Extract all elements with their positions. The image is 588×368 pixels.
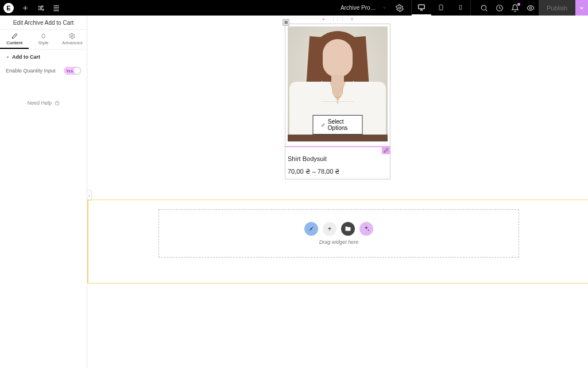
top-bar: E Archive Product ... Publish: [0, 0, 588, 16]
publish-options-button[interactable]: [575, 0, 588, 16]
select-options-label: Select Options: [328, 118, 354, 131]
add-widget-button[interactable]: [17, 0, 33, 16]
drop-zone[interactable]: + Drag widget here: [158, 209, 519, 258]
enable-quantity-toggle[interactable]: Yes: [64, 67, 81, 75]
drop-target-button[interactable]: [304, 222, 318, 236]
editor-canvas[interactable]: ‹ ▦ + ⋮⋮⋮ ×: [87, 16, 588, 368]
need-help-link[interactable]: Need Help: [0, 100, 87, 106]
tab-advanced[interactable]: Advanced: [58, 30, 87, 49]
drop-folder-button[interactable]: [341, 222, 355, 236]
target-icon: [308, 225, 315, 232]
notification-dot-icon: [517, 3, 520, 6]
svg-point-0: [41, 5, 42, 6]
section-drop-wrapper[interactable]: + Drag widget here: [87, 200, 588, 283]
drop-hint: Drag widget here: [319, 239, 359, 245]
pencil-icon: [11, 33, 18, 39]
drop-ai-button[interactable]: [359, 222, 373, 236]
structure-button[interactable]: [48, 0, 64, 16]
drop-add-button[interactable]: +: [323, 222, 336, 236]
container-drag-handle[interactable]: ⋮⋮⋮: [331, 17, 345, 22]
svg-point-2: [42, 9, 43, 10]
device-desktop-button[interactable]: [412, 0, 431, 16]
responsive-devices: [411, 0, 471, 16]
panel-title: Edit Archive Add to Cart: [0, 16, 87, 30]
notifications-button[interactable]: [508, 0, 523, 16]
drop-actions: +: [304, 222, 373, 236]
toggle-knob: [74, 67, 80, 74]
svg-point-1: [40, 7, 41, 8]
widget-edit-button[interactable]: [382, 146, 390, 154]
section-label: Add to Cart: [12, 54, 40, 60]
history-button[interactable]: [492, 0, 508, 16]
tab-style[interactable]: Style: [29, 30, 57, 49]
page-settings-button[interactable]: [392, 0, 408, 16]
widget-selection-bar: [285, 146, 390, 152]
product-price: 70,00 ₴ – 78,00 ₴: [288, 163, 388, 177]
settings-sliders-button[interactable]: [33, 0, 48, 16]
select-options-button[interactable]: Select Options: [313, 115, 363, 135]
folder-icon: [345, 225, 351, 232]
svg-point-7: [482, 5, 486, 10]
svg-point-3: [399, 7, 401, 9]
logo-icon[interactable]: E: [3, 3, 14, 13]
caret-down-icon: [6, 55, 10, 59]
tab-content[interactable]: Content: [0, 30, 29, 49]
tab-content-label: Content: [6, 40, 22, 45]
svg-point-10: [71, 35, 73, 37]
pencil-icon: [384, 148, 389, 153]
product-name: Shirt Bodysuit: [288, 152, 388, 163]
document-title: Archive Product ...: [341, 5, 379, 11]
sparkle-icon: [363, 225, 370, 232]
device-tablet-button[interactable]: [431, 0, 451, 16]
droplet-icon: [40, 33, 47, 39]
container-close-button[interactable]: ×: [350, 17, 354, 22]
panel-tabs: Content Style Advanced: [0, 30, 87, 49]
container-controls: + ⋮⋮⋮ ×: [285, 16, 390, 24]
editor-panel: Edit Archive Add to Cart Content Style A…: [0, 16, 87, 368]
svg-rect-4: [419, 5, 425, 9]
product-image: Select Options: [288, 26, 388, 141]
toggle-yes-label: Yes: [66, 69, 73, 73]
section-add-to-cart[interactable]: Add to Cart: [0, 49, 87, 64]
preview-button[interactable]: [523, 0, 539, 16]
help-icon: [55, 101, 60, 106]
gear-icon: [69, 33, 75, 39]
device-mobile-button[interactable]: [451, 0, 470, 16]
product-widget-container[interactable]: ▦ + ⋮⋮⋮ × Select: [285, 16, 390, 179]
enable-quantity-row: Enable Quantity Input Yes: [0, 64, 87, 77]
container-handle-button[interactable]: ▦: [283, 19, 289, 26]
tab-advanced-label: Advanced: [62, 40, 83, 45]
container-add-button[interactable]: +: [322, 17, 325, 22]
publish-button: Publish: [539, 0, 575, 16]
document-selector[interactable]: Archive Product ...: [335, 0, 392, 16]
tab-style-label: Style: [38, 40, 49, 45]
enable-quantity-label: Enable Quantity Input: [6, 68, 56, 74]
finder-button[interactable]: [477, 0, 492, 16]
product-card: Select Options Shirt Bodysuit 70,00 ₴ – …: [285, 24, 390, 179]
link-icon: [322, 122, 325, 128]
chevron-down-icon: [382, 5, 386, 10]
svg-point-12: [311, 228, 312, 229]
svg-point-9: [530, 7, 532, 9]
